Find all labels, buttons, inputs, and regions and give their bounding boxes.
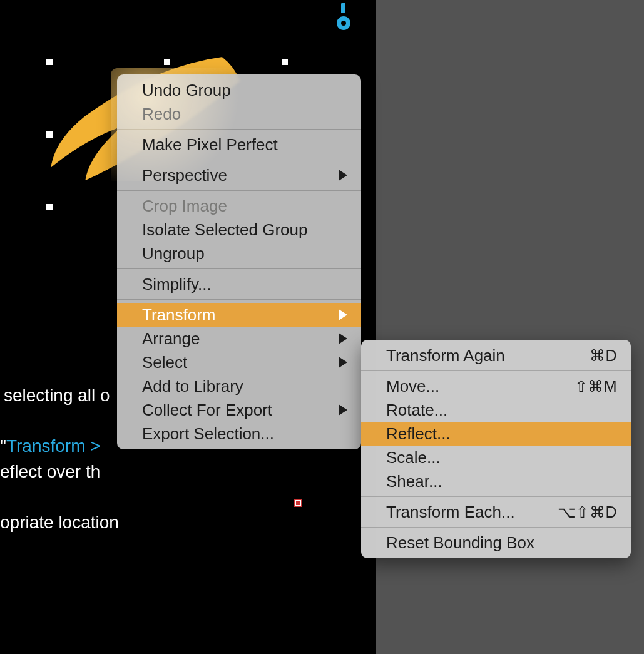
chevron-right-icon	[339, 309, 347, 320]
chevron-right-icon	[339, 333, 347, 344]
chevron-right-icon	[339, 404, 347, 416]
chevron-right-icon	[339, 357, 347, 368]
background-text-line: eflect over th	[0, 459, 100, 484]
menu-export-selection[interactable]: Export Selection...	[117, 422, 361, 446]
menu-separator	[361, 496, 631, 497]
transform-link: Transform >	[6, 436, 101, 456]
submenu-scale[interactable]: Scale...	[361, 446, 631, 469]
menu-separator	[361, 527, 631, 528]
menu-separator	[117, 190, 361, 191]
submenu-transform-each[interactable]: Transform Each... ⌥⇧⌘D	[361, 500, 631, 524]
context-menu: Undo Group Redo Make Pixel Perfect Persp…	[117, 74, 361, 449]
submenu-move[interactable]: Move... ⇧⌘M	[361, 374, 631, 398]
submenu-reset-bounding-box[interactable]: Reset Bounding Box	[361, 531, 631, 554]
background-text-line: selecting all o	[4, 383, 110, 407]
menu-separator	[117, 268, 361, 269]
menu-separator	[117, 160, 361, 160]
background-text-line: opriate location	[0, 510, 119, 534]
background-text-line: "Transform >	[0, 434, 101, 458]
submenu-reflect[interactable]: Reflect...	[361, 422, 631, 446]
menu-separator	[117, 299, 361, 300]
selection-handle-nw[interactable]	[46, 59, 53, 65]
menu-select[interactable]: Select	[117, 350, 361, 374]
shortcut-label: ⌥⇧⌘D	[558, 503, 617, 521]
menu-transform[interactable]: Transform	[117, 303, 361, 327]
submenu-shear[interactable]: Shear...	[361, 469, 631, 493]
menu-simplify[interactable]: Simplify...	[117, 272, 361, 296]
shortcut-label: ⌘D	[590, 347, 617, 365]
menu-ungroup[interactable]: Ungroup	[117, 242, 361, 265]
menu-undo[interactable]: Undo Group	[117, 78, 361, 102]
selection-handle-ne[interactable]	[282, 59, 288, 65]
selection-handle-w[interactable]	[46, 131, 53, 138]
menu-redo: Redo	[117, 102, 361, 126]
menu-separator	[361, 370, 631, 371]
menu-perspective[interactable]: Perspective	[117, 163, 361, 187]
shortcut-label: ⇧⌘M	[575, 377, 617, 396]
menu-collect-for-export[interactable]: Collect For Export	[117, 398, 361, 422]
menu-arrange[interactable]: Arrange	[117, 327, 361, 350]
selection-handle-sw[interactable]	[46, 204, 53, 210]
selection-handle-n[interactable]	[164, 59, 170, 65]
transform-submenu: Transform Again ⌘D Move... ⇧⌘M Rotate...…	[361, 340, 631, 558]
slice-indicator-icon	[294, 499, 302, 507]
menu-crop-image: Crop Image	[117, 194, 361, 218]
menu-add-to-library[interactable]: Add to Library	[117, 374, 361, 398]
menu-isolate-group[interactable]: Isolate Selected Group	[117, 218, 361, 242]
chevron-right-icon	[339, 170, 347, 181]
rotation-pivot-icon[interactable]	[335, 8, 358, 30]
menu-make-pixel-perfect[interactable]: Make Pixel Perfect	[117, 133, 361, 156]
menu-separator	[117, 129, 361, 130]
submenu-rotate[interactable]: Rotate...	[361, 398, 631, 422]
submenu-transform-again[interactable]: Transform Again ⌘D	[361, 344, 631, 367]
